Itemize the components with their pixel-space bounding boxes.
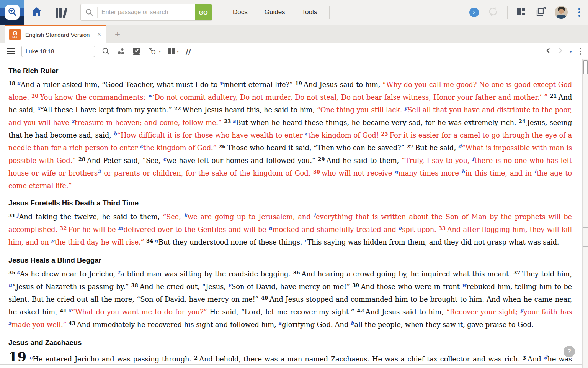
visual-filters-icon[interactable] [117,47,125,56]
verse-number: 27 [407,144,413,150]
footnote-marker[interactable]: z [72,118,74,124]
layout-icon[interactable] [516,7,526,18]
verse-number: 34 [146,238,153,244]
footnote-marker[interactable]: u [17,80,20,86]
footnote-marker[interactable]: w [462,282,466,288]
footnote-marker[interactable]: h [462,169,465,174]
footnote-marker[interactable]: f [472,156,474,162]
footnote-marker[interactable]: k [184,212,187,218]
verse-text: who will not receive [322,169,395,177]
footnote-marker[interactable]: x [68,307,71,313]
top-right-cluster: 2 [469,0,583,25]
footnote-marker[interactable]: z [8,320,11,326]
close-all-panels-icon[interactable] [535,6,546,19]
footnote-marker[interactable]: m [118,225,123,231]
footnote-marker[interactable]: c [29,355,32,360]
user-avatar[interactable] [555,6,568,19]
footnote-marker[interactable]: d [458,143,462,149]
footnote-marker[interactable]: b [113,131,117,136]
back-arrow-icon[interactable] [545,47,551,56]
footnote-marker[interactable]: y [521,307,523,313]
footnote-marker[interactable]: v [228,282,231,288]
parallel-resources-icon[interactable]: // [186,47,191,56]
footnote-marker[interactable]: e [163,156,166,162]
verse-number: 24 [519,118,526,124]
verse-text: delivered over to the Gentiles and will … [124,225,269,233]
verse-number: 32 [60,225,67,231]
footnote-marker[interactable]: a [232,118,235,124]
tab-english-standard-version[interactable]: ESV English Standard Version × [5,25,106,43]
history-dropdown-caret-icon[interactable]: ▾ [570,49,572,54]
original-language-omega-icon[interactable]: Ω [148,47,157,56]
footnote-marker[interactable]: o [399,225,402,231]
omega-dropdown-caret-icon[interactable]: ▾ [159,49,161,53]
footnote-marker[interactable]: i [534,169,536,174]
verse-text: many times more [399,169,462,177]
tab-close-icon[interactable]: × [96,30,103,39]
footnote-marker[interactable]: u [8,282,12,288]
verse-text: “How difficult it is for those who have … [117,131,305,139]
columns-dropdown-caret-icon[interactable]: ▾ [177,49,179,53]
verse-number: 38 [131,283,138,288]
reading-plan-book-check-icon[interactable] [132,47,141,56]
footnote-marker[interactable]: a [278,320,281,326]
footnote-marker[interactable]: d [544,355,547,360]
overflow-menu-icon[interactable] [576,7,583,18]
vertical-scrollbar[interactable] [582,59,588,368]
help-button[interactable]: ? [564,346,575,357]
columns-icon[interactable] [168,48,175,55]
reference-input[interactable] [21,46,95,57]
new-tab-button[interactable]: + [115,30,120,39]
home-icon [31,7,42,18]
verse-text: He said, “Lord, let me recover my sight.… [210,308,357,316]
command-search-box: GO [80,4,212,21]
footnote-marker[interactable]: p [51,238,54,243]
footnote-marker[interactable]: g [395,169,398,174]
esv-resource-icon: ESV [9,29,21,40]
footnote-marker[interactable]: r [304,238,307,243]
footnote-marker[interactable]: s [17,269,20,275]
verse-text: And he said to them, [327,156,402,164]
menu-guides[interactable]: Guides [256,8,294,16]
footnote-marker[interactable]: n [269,225,272,231]
scrollbar-thumb[interactable] [583,60,588,74]
footnote-marker[interactable]: x [38,105,40,111]
verse-text: mocked and shamefully treated and [273,225,399,233]
menu-tools[interactable]: Tools [294,8,326,16]
library-button[interactable] [56,7,65,18]
verse-text: the kingdom of God.” [143,144,219,152]
verse-text: You know the commandments: [40,93,148,101]
verse-text: When Jesus heard this, he said to him, [183,106,317,114]
footnote-marker[interactable]: q [155,238,158,243]
footnote-marker[interactable]: c [305,131,308,136]
footnote-marker[interactable]: y [404,105,407,111]
verse-text: And he cried out, “Jesus, [140,283,228,291]
panel-overflow-menu-icon[interactable] [578,47,583,56]
notification-badge[interactable]: 2 [469,8,479,17]
footnote-marker[interactable]: l [314,212,315,218]
go-button[interactable]: GO [195,4,212,21]
verse-text: And behold, there was a man named Zaccha… [199,355,523,363]
footnote-marker[interactable]: b [351,320,354,326]
footnote-marker[interactable]: v [220,80,223,86]
forward-arrow-icon[interactable] [557,47,564,56]
verse-text: And those who were in front [361,283,462,291]
footnote-marker[interactable]: w [148,93,152,99]
search-input[interactable] [98,9,195,16]
verse-number: 42 [357,308,364,314]
logos-app-logo[interactable] [0,0,24,25]
footnote-marker[interactable]: t [118,269,120,275]
footnote-marker[interactable]: c [140,143,143,149]
inline-search-icon[interactable] [102,47,110,55]
footnote-marker[interactable]: j [17,212,18,218]
top-toolbar: GO Docs Guides Tools 2 [0,0,588,25]
verse-text: we have left our homes and followed you.… [167,156,318,164]
sync-icon[interactable] [487,6,499,19]
footnote-marker[interactable]: 2 [98,169,101,174]
verse-number: 35 [8,270,15,276]
panel-menu-icon[interactable] [7,48,15,54]
menu-docs[interactable]: Docs [224,8,256,16]
panel-toolbar: Ω ▾ ▾ // ▾ [0,43,588,59]
home-button[interactable] [31,7,42,18]
verse-number: 39 [352,283,359,288]
